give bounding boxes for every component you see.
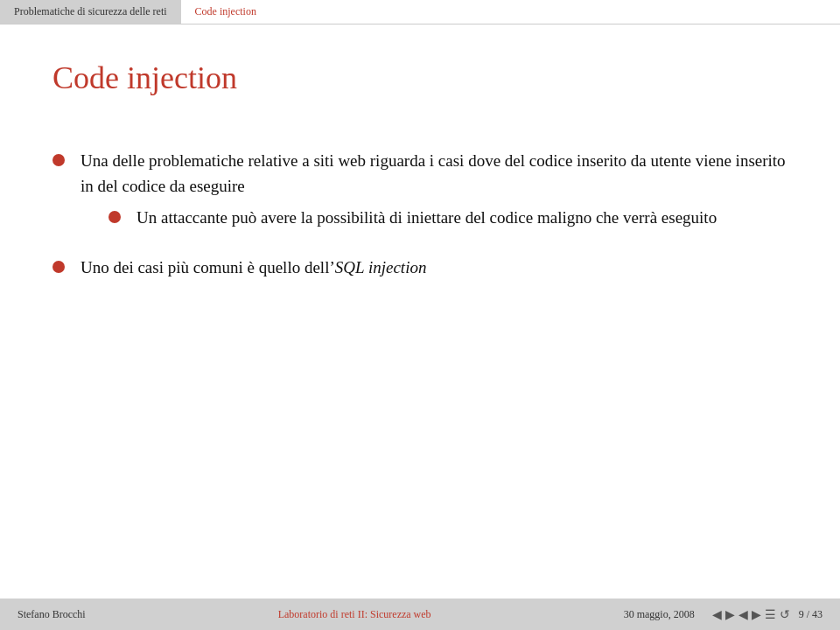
navigation-icons[interactable]: ◀ ▶ ◀ ▶ ☰ ↺ bbox=[712, 607, 790, 622]
bullet-dot-icon bbox=[108, 211, 121, 223]
top-navigation-bar: Problematiche di sicurezza delle reti Co… bbox=[0, 0, 840, 24]
footer-author: Stefano Brocchi bbox=[18, 608, 86, 621]
bullet1-text: Una delle problematiche relative a siti … bbox=[80, 151, 786, 195]
nav-skip-back-icon[interactable]: ◀ bbox=[738, 607, 748, 622]
nav-first-icon[interactable]: ◀ bbox=[712, 607, 722, 622]
refresh-icon[interactable]: ↺ bbox=[780, 607, 790, 622]
footer-date: 30 maggio, 2008 bbox=[624, 608, 695, 621]
bullet-dot-icon bbox=[52, 154, 65, 166]
footer-right-group: 30 maggio, 2008 ◀ ▶ ◀ ▶ ☰ ↺ 9 / 43 bbox=[624, 607, 822, 622]
slide-title: Code injection bbox=[52, 60, 788, 96]
nav-menu-icon[interactable]: ☰ bbox=[765, 607, 776, 622]
footer-bar: Stefano Brocchi Laboratorio di reti II: … bbox=[0, 598, 840, 630]
top-bar-section-left: Problematiche di sicurezza delle reti bbox=[0, 0, 181, 24]
footer-page: 9 / 43 bbox=[799, 608, 822, 621]
list-item: Una delle problematiche relative a siti … bbox=[52, 149, 788, 231]
list-item: Un attaccante può avere la possibilità d… bbox=[108, 206, 788, 231]
breadcrumb-code-injection: Code injection bbox=[195, 5, 256, 18]
top-bar-section-right: Code injection bbox=[181, 0, 270, 24]
bullet2-text-sql: SQL injection bbox=[335, 258, 427, 276]
bullet-dot-icon bbox=[52, 261, 65, 273]
nav-skip-fwd-icon[interactable]: ▶ bbox=[752, 607, 761, 622]
footer-title: Laboratorio di reti II: Sicurezza web bbox=[278, 608, 431, 621]
breadcrumb-problematiche: Problematiche di sicurezza delle reti bbox=[14, 5, 167, 18]
slide-content: Code injection Una delle problematiche r… bbox=[0, 24, 840, 598]
bullet-list: Una delle problematiche relative a siti … bbox=[52, 149, 788, 280]
sub-bullet1-text: Un attaccante può avere la possibilità d… bbox=[136, 206, 788, 231]
sub-bullet-container: Un attaccante può avere la possibilità d… bbox=[108, 206, 788, 231]
bullet2-text-part1: Uno dei casi più comuni è quello dell’ bbox=[80, 258, 335, 276]
list-item: Uno dei casi più comuni è quello dell’SQ… bbox=[52, 256, 788, 281]
nav-prev-icon[interactable]: ▶ bbox=[725, 607, 735, 622]
